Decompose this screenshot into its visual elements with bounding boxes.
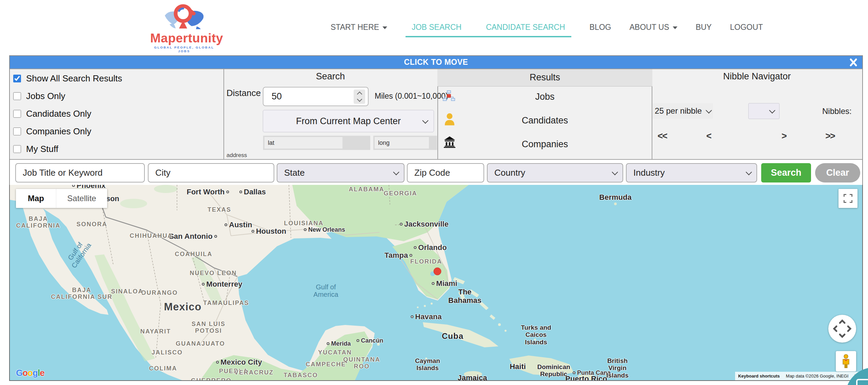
filter-label: Show All Search Results — [26, 73, 122, 84]
city-input[interactable] — [148, 163, 274, 182]
country-select[interactable]: Country — [487, 163, 623, 182]
per-nibble-select[interactable]: 25 per nibble — [653, 103, 713, 119]
result-row-companies[interactable] — [444, 136, 455, 148]
nav-job-search[interactable]: JOB SEARCH — [412, 23, 461, 32]
search-form-row: State Country Industry Search Clear — [10, 159, 862, 186]
prev-nibble-button[interactable]: < — [706, 131, 711, 141]
result-row-candidates[interactable] — [444, 113, 455, 126]
distance-input[interactable]: 50 — [263, 87, 369, 106]
site-header: Mapertunity GLOBAL PEOPLE, GLOBAL JOBS S… — [0, 0, 868, 55]
pan-control[interactable] — [828, 315, 856, 343]
first-nibble-button[interactable]: << — [657, 131, 667, 141]
candidates-only-checkbox[interactable] — [13, 110, 21, 118]
companies-only-checkbox[interactable] — [13, 128, 21, 135]
pan-arrows-icon — [828, 315, 856, 343]
filter-show-all[interactable]: Show All Search Results — [13, 73, 122, 84]
filter-companies-only[interactable]: Companies Only — [13, 126, 91, 137]
chevron-down-icon — [393, 169, 399, 175]
nav-blog[interactable]: BLOG — [590, 23, 611, 32]
search-origin-select[interactable]: From Current Map Center — [263, 110, 434, 132]
distance-label: Distance — [226, 88, 261, 98]
keyboard-shortcuts-link[interactable]: Keyboard shortcuts — [735, 372, 783, 380]
fullscreen-button[interactable] — [839, 189, 857, 208]
filter-my-stuff[interactable]: My Stuff — [13, 144, 58, 154]
nibbles-label: Nibbles: — [822, 107, 852, 116]
map-view-button[interactable]: Map — [16, 189, 56, 208]
org-chart-icon — [443, 90, 455, 101]
filter-label: My Stuff — [26, 144, 58, 154]
logo-globe-icon — [163, 3, 205, 31]
per-nibble-value: 25 per nibble — [655, 106, 702, 116]
my-stuff-checkbox[interactable] — [13, 145, 21, 153]
nibble-navigator-title: Nibble Navigator — [652, 71, 862, 82]
satellite-view-button[interactable]: Satellite — [56, 189, 107, 208]
close-icon[interactable] — [849, 58, 858, 67]
search-button[interactable]: Search — [761, 163, 811, 182]
filter-candidates-only[interactable]: Candidates Only — [13, 109, 91, 119]
logo[interactable]: Mapertunity GLOBAL PEOPLE, GLOBAL JOBS — [150, 3, 218, 53]
panel-columns: Show All Search Results Jobs Only Candid… — [10, 69, 862, 159]
filter-label: Jobs Only — [26, 91, 65, 101]
number-stepper-icon[interactable] — [354, 90, 365, 104]
map-attribution: Keyboard shortcuts Map data ©2026 Google… — [735, 372, 862, 380]
results-section-title: Results — [437, 69, 652, 86]
pegman-icon — [841, 354, 851, 368]
nav-about-us-label: ABOUT US — [630, 23, 669, 32]
origin-selected-value: From Current Map Center — [296, 116, 401, 127]
click-to-move-label: CLICK TO MOVE — [10, 56, 862, 69]
google-logo[interactable]: Google — [16, 368, 44, 378]
lat-field-band: lat — [263, 136, 370, 150]
filter-label: Companies Only — [26, 126, 91, 137]
chevron-down-icon — [382, 26, 387, 29]
distance-units-label: Miles (0.001~10,000) — [375, 92, 448, 101]
chevron-down-icon — [422, 117, 428, 123]
map-geography — [10, 185, 863, 381]
long-field-band: long — [373, 136, 437, 150]
chevron-down-icon — [769, 107, 775, 113]
lat-input[interactable]: lat — [264, 137, 342, 149]
job-title-input[interactable] — [15, 163, 145, 182]
chevron-down-icon — [746, 169, 752, 175]
nav-candidate-search[interactable]: CANDIDATE SEARCH — [486, 23, 565, 32]
logo-name: Mapertunity — [150, 32, 218, 44]
filter-jobs-only[interactable]: Jobs Only — [13, 91, 65, 101]
industry-select-value: Industry — [633, 168, 665, 178]
results-companies-label: Companies — [522, 139, 568, 150]
results-jobs-label: Jobs — [535, 92, 554, 102]
country-select-value: Country — [494, 168, 525, 178]
map-canvas[interactable]: PhoenixTucsonFort WorthDallasTEXASAustin… — [9, 185, 863, 381]
nav-logout[interactable]: LOGOUT — [730, 23, 763, 32]
map-marker[interactable] — [434, 268, 441, 275]
clear-button[interactable]: Clear — [815, 163, 860, 182]
nibble-number-select[interactable] — [748, 103, 780, 119]
nav-start-here[interactable]: START HERE — [331, 23, 387, 32]
logo-tagline: GLOBAL PEOPLE, GLOBAL JOBS — [150, 45, 218, 53]
state-select[interactable]: State — [277, 163, 405, 182]
search-control-panel: CLICK TO MOVE Show All Search Results Jo… — [9, 55, 863, 185]
nav-about-us[interactable]: ABOUT US — [630, 23, 677, 32]
chevron-down-icon — [673, 26, 677, 29]
industry-select[interactable]: Industry — [626, 163, 757, 182]
result-row-jobs[interactable] — [443, 90, 455, 101]
filter-label: Candidates Only — [26, 109, 91, 119]
chat-widget-icon — [856, 379, 868, 385]
distance-value: 50 — [263, 91, 354, 102]
address-label: address — [226, 152, 247, 159]
next-nibble-button[interactable]: > — [782, 131, 786, 141]
person-icon — [444, 113, 455, 126]
jobs-only-checkbox[interactable] — [13, 92, 21, 100]
map-data-text: Map data ©2026 Google, INEGI — [783, 372, 851, 380]
long-input[interactable]: long — [375, 137, 429, 149]
bank-icon — [444, 136, 455, 148]
pegman-button[interactable] — [836, 351, 856, 371]
fullscreen-icon — [844, 194, 852, 203]
zip-code-input[interactable] — [407, 163, 484, 182]
search-section-title: Search — [223, 71, 437, 82]
show-all-checkbox[interactable] — [13, 75, 21, 82]
last-nibble-button[interactable]: >> — [825, 131, 835, 141]
click-to-move-bar[interactable]: CLICK TO MOVE — [10, 56, 862, 69]
results-candidates-label: Candidates — [522, 115, 568, 126]
divider — [223, 69, 224, 159]
nav-start-here-label: START HERE — [331, 23, 379, 32]
nav-buy[interactable]: BUY — [696, 23, 712, 32]
